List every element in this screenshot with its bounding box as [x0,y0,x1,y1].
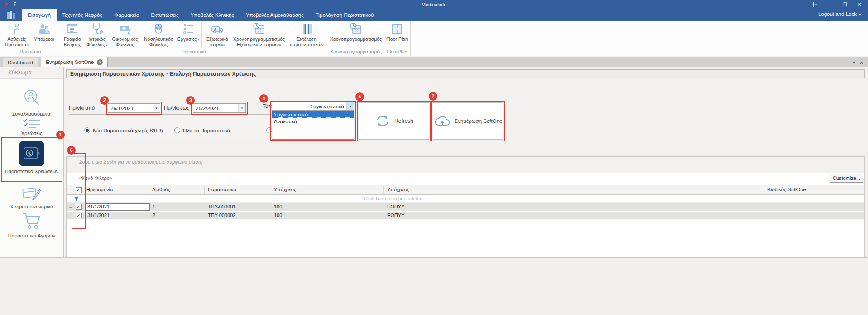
financial-file-button[interactable]: Οικονομικός Φάκελος [110,21,140,47]
close-button[interactable]: ✕ [855,1,863,8]
row-2-cell-date[interactable]: 31/1/2021 [87,213,110,218]
sidebar-item-xreoseis[interactable]: Χρεώσεις [0,118,63,136]
filter-display[interactable]: <Κενό Φίλτρο> [79,175,112,181]
sidebar-item-synallassomenoi[interactable]: Συναλλασσόμενοι [0,87,63,116]
ribbon-separator [201,22,202,48]
grid-filter-row[interactable]: Click here to define a filter [67,195,864,203]
ribbon-tab-texnitos-nefros[interactable]: Τεχνητός Νεφρός [57,9,108,21]
shopping-cart-icon [21,211,42,231]
row-2-cell-obligor-name[interactable]: ΕΟΠΥΥ [387,213,405,218]
column-header-arithmos[interactable]: Αριθμός [152,187,170,192]
radio-all-documents[interactable]: Όλα τα Παραστατικά [174,127,230,133]
scheduling-button[interactable]: Χρονοπρογραμματισμός [330,21,382,42]
ribbon-group-scheduling: Χρονοπρογραμματισμός Χρονοπρογραμματισμό… [328,21,384,56]
application-menu-icon[interactable] [5,10,18,20]
barcode-icon [300,22,313,36]
type-option-analytika[interactable]: Αναλυτικά [272,118,354,125]
customize-button[interactable]: Customize... [830,174,863,183]
tasks-button[interactable]: Εργασίες [177,21,200,43]
window-list-icon [66,22,79,36]
update-softone-button[interactable]: Ενημέρωση SoftOne [433,102,503,140]
ribbon-group-label-floorplan: FloorPlan [385,49,409,55]
grid-header-row: ✓ Ημερομηνία Αριθμός Παραστατικό Υπόχρεο… [67,185,864,195]
calendar-clock-icon [349,22,363,36]
ribbon-tab-row: Εισαγωγή Τεχνητός Νεφρός Φαρμακείο Εκτυπ… [0,9,868,21]
date-from-combo[interactable]: 26/1/2021 ▾ [108,103,160,113]
date-to-combo[interactable]: 28/2/2021 ▾ [193,103,246,113]
tab-enimerosi-softone[interactable]: Ενημέρωση SoftOne ✕ [41,57,108,67]
sidebar-title: Κύκλωμα [0,67,63,79]
floor-plan-icon [390,22,404,36]
table-row-2[interactable]: ✓ 31/1/2021 2 ΤΠΥ-000002 100 ΕΟΠΥΥ [67,212,864,220]
sidebar-item-xrimatooikonomika[interactable]: Χρηματοοικονομικά [0,184,63,209]
select-all-checkbox[interactable]: ✓ [76,187,82,193]
ribbon-tab-ypovoles-aimokatharsis[interactable]: Υποβολές Αιμοκάθαρσης [240,9,310,21]
group-panel-hint: Σύρετε μια Στήλη για να ομαδοποιήσετε σύ… [79,159,203,165]
current-row-arrow-icon: → [68,204,73,209]
row-1-cell-obligor-code[interactable]: 100 [274,204,282,209]
row-2-cell-number[interactable]: 2 [153,213,155,218]
calendar-clock-icon [252,22,266,36]
row-1-cell-document[interactable]: ΤΠΥ-000001 [208,204,235,209]
nurse-icon [152,22,165,36]
document-tab-bar: Dashboard Ενημέρωση SoftOne ✕ ▾ ✕ [0,57,868,67]
column-header-ypoxreos-2[interactable]: Υπόχρεος [387,187,409,192]
svg-text:$: $ [28,150,31,157]
charge-documents-icon: $ [19,141,45,167]
row-1-cell-obligor-name[interactable]: ΕΟΠΥΥ [387,204,405,209]
row-1-cell-number[interactable]: 1 [153,204,155,209]
sidebar-item-parastatika-xreoseon[interactable]: $ Παραστατικά Χρεώσεων [0,141,63,174]
ribbon-group-prosopa: Ασθενείς Πρόσωπα Υπόχρεοι Πρόσωπα [2,21,59,56]
stethoscope-icon [90,22,104,36]
logout-and-lock-button[interactable]: Logout and Lock▾ [818,8,868,21]
row-1-checkbox[interactable]: ✓ [76,204,82,210]
tab-list-close-icon[interactable]: ✕ [860,60,863,65]
radio-circle-icon [174,127,180,133]
motion-office-button[interactable]: Γραφείο Κίνησης [61,21,84,47]
patients-persons-button[interactable]: Ασθενείς Πρόσωπα [4,21,30,48]
ribbon-group-label-scheduling: Χρονοπρογραμματισμός [330,49,382,55]
referral-execution-button[interactable]: Εκτέλεση παραπεμπτικών [287,21,326,47]
date-to-dropdown-icon[interactable]: ▾ [238,104,245,112]
obligors-button[interactable]: Υπόχρεοι [31,21,57,42]
sidebar-item-parastatika-agoron[interactable]: Παραστατικά Αγορών [0,211,63,238]
ribbon-display-options-icon[interactable] [812,1,820,8]
type-option-sygkentrotika[interactable]: Συγκεντρωτικά [272,111,354,118]
row-2-cell-document[interactable]: ΤΠΥ-000002 [208,213,235,218]
ribbon-tab-timologisi-peristatikou[interactable]: Τιμολόγηση Περιστατικού [310,9,380,21]
column-header-imerominia[interactable]: Ημερομηνία [86,187,113,192]
column-header-parastatiko[interactable]: Παραστατικό [208,187,236,192]
tab-close-icon[interactable]: ✕ [97,59,103,65]
ribbon-tab-ypovoles-klinikis[interactable]: Υποβολές Κλινικής [185,9,240,21]
ribbon-tab-ektyposeis[interactable]: Εκτυπώσεις [145,9,184,21]
row-1-cell-date[interactable]: 31/1/2021 [85,203,150,211]
medical-file-button[interactable]: Ιατρικός Φάκελος [85,21,109,48]
outpatient-scheduling-button[interactable]: Χρονοπρογραμματισμός Εξωτερικών Ιατρείων [232,21,286,47]
type-combo[interactable]: Συγκεντρωτικά ▾ [272,102,354,111]
tab-dashboard[interactable]: Dashboard [3,58,38,67]
grid-group-panel[interactable]: Σύρετε μια Στήλη για να ομαδοποιήσετε σύ… [67,157,864,173]
type-dropdown-icon[interactable]: ▾ [346,102,354,110]
radio-new-documents[interactable]: Νέα Παραστατικά(χωρίς S1ID) [84,127,163,133]
outpatient-clinics-button[interactable]: Εξωτερικά Ιατρεία [204,21,231,47]
cloud-upload-icon [434,114,451,128]
ribbon-tab-eisagogi[interactable]: Εισαγωγή [22,9,57,21]
row-2-cell-obligor-code[interactable]: 100 [274,213,282,218]
column-header-ypoxreos-1[interactable]: Υπόχρεος [274,187,296,192]
ribbon-tab-farmakeio[interactable]: Φαρμακείο [108,9,145,21]
nursing-file-button[interactable]: Νοσηλευτικός Φάκελος [141,21,176,47]
date-from-dropdown-icon[interactable]: ▾ [153,104,160,112]
minimize-button[interactable]: — [826,1,834,8]
people-icon [37,22,51,36]
tab-scroll-caret-icon[interactable]: ▾ [853,60,855,65]
date-to-label: Ημ/νία έως [164,103,189,113]
table-row-1[interactable]: → ✓ 31/1/2021 1 ΤΠΥ-000001 100 ΕΟΠΥΥ [67,203,864,211]
maximize-restore-button[interactable]: ❐ [841,1,849,8]
refresh-button[interactable]: Refresh [359,102,429,140]
patient-icon [10,22,24,36]
floor-plan-button[interactable]: Floor Plan [386,21,408,42]
row-2-checkbox[interactable]: ✓ [76,213,82,218]
column-header-kodikos-softone[interactable]: Κωδικός SoftOne [767,187,806,192]
ambulance-icon [211,22,224,36]
refresh-icon [374,114,391,128]
